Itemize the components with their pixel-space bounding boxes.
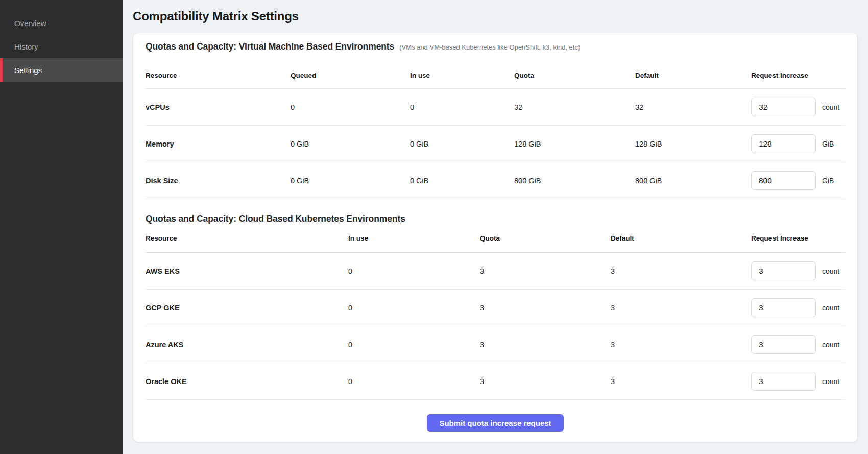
request-increase-cell: count bbox=[751, 372, 845, 391]
col-header-request-increase: Request Increase bbox=[751, 71, 845, 79]
vm-table-header-row: Resource Queued In use Quota Default Req… bbox=[146, 52, 845, 89]
queued-value: 0 GiB bbox=[291, 140, 410, 148]
request-increase-cell: count bbox=[751, 261, 845, 280]
active-indicator-bar bbox=[0, 58, 3, 82]
vm-section-header: Quotas and Capacity: Virtual Machine Bas… bbox=[146, 41, 845, 52]
quota-value: 3 bbox=[480, 377, 611, 386]
resource-name: GCP GKE bbox=[146, 304, 348, 312]
cloud-section-header: Quotas and Capacity: Cloud Based Kuberne… bbox=[146, 213, 845, 224]
quota-value: 3 bbox=[480, 304, 611, 312]
sidebar-item-label: Overview bbox=[14, 19, 46, 28]
request-increase-cell: count bbox=[751, 335, 845, 354]
col-header-resource: Resource bbox=[146, 234, 348, 242]
col-header-in-use: In use bbox=[348, 234, 480, 242]
quotas-card: Quotas and Capacity: Virtual Machine Bas… bbox=[133, 33, 858, 442]
sidebar-item-history[interactable]: History bbox=[0, 35, 123, 58]
default-value: 3 bbox=[611, 341, 751, 349]
unit-label: GiB bbox=[822, 177, 834, 185]
disk-size-request-input[interactable] bbox=[751, 171, 816, 190]
in-use-value: 0 bbox=[348, 341, 480, 349]
memory-request-input[interactable] bbox=[751, 134, 816, 153]
sidebar-item-settings[interactable]: Settings bbox=[0, 58, 123, 82]
in-use-value: 0 bbox=[348, 267, 480, 275]
vcpus-request-input[interactable] bbox=[751, 98, 816, 116]
col-header-request-increase: Request Increase bbox=[751, 234, 845, 242]
default-value: 3 bbox=[611, 267, 751, 275]
default-value: 128 GiB bbox=[635, 140, 751, 148]
col-header-default: Default bbox=[611, 234, 751, 242]
quota-value: 3 bbox=[480, 341, 611, 349]
request-increase-cell: count bbox=[751, 98, 845, 116]
col-header-default: Default bbox=[635, 71, 751, 79]
vm-section-note: (VMs and VM-based Kubernetes like OpenSh… bbox=[399, 43, 580, 51]
page-title: Compatibility Matrix Settings bbox=[133, 9, 858, 23]
unit-label: count bbox=[822, 304, 839, 312]
col-header-queued: Queued bbox=[291, 71, 410, 79]
cloud-section-title: Quotas and Capacity: Cloud Based Kuberne… bbox=[146, 213, 405, 224]
in-use-value: 0 GiB bbox=[410, 140, 514, 148]
resource-name: Oracle OKE bbox=[146, 377, 348, 386]
col-header-resource: Resource bbox=[146, 71, 291, 79]
table-row-disk-size: Disk Size 0 GiB 0 GiB 800 GiB 800 GiB Gi… bbox=[146, 162, 845, 199]
gcp-gke-request-input[interactable] bbox=[751, 298, 816, 317]
submit-quota-increase-button[interactable]: Submit quota increase request bbox=[427, 414, 563, 432]
unit-label: count bbox=[822, 103, 839, 111]
sidebar-item-label: History bbox=[14, 42, 38, 51]
sidebar: Overview History Settings bbox=[0, 0, 123, 454]
quota-value: 800 GiB bbox=[514, 177, 635, 185]
request-increase-cell: count bbox=[751, 298, 845, 317]
queued-value: 0 bbox=[291, 103, 410, 111]
vm-section-title: Quotas and Capacity: Virtual Machine Bas… bbox=[146, 41, 394, 52]
unit-label: count bbox=[822, 341, 839, 349]
sidebar-item-overview[interactable]: Overview bbox=[0, 11, 123, 35]
request-increase-cell: GiB bbox=[751, 171, 845, 190]
col-header-in-use: In use bbox=[410, 71, 514, 79]
resource-name: Azure AKS bbox=[146, 341, 348, 349]
main-content: Compatibility Matrix Settings Quotas and… bbox=[123, 0, 868, 442]
unit-label: count bbox=[822, 267, 839, 275]
quota-value: 128 GiB bbox=[514, 140, 635, 148]
aws-eks-request-input[interactable] bbox=[751, 261, 816, 280]
quota-value: 3 bbox=[480, 267, 611, 275]
in-use-value: 0 bbox=[348, 377, 480, 386]
azure-aks-request-input[interactable] bbox=[751, 335, 816, 354]
unit-label: count bbox=[822, 377, 839, 386]
table-row-vcpus: vCPUs 0 0 32 32 count bbox=[146, 89, 845, 126]
in-use-value: 0 GiB bbox=[410, 177, 514, 185]
quota-value: 32 bbox=[514, 103, 635, 111]
resource-name: Memory bbox=[146, 140, 291, 148]
resource-name: Disk Size bbox=[146, 177, 291, 185]
table-row-gcp-gke: GCP GKE 0 3 3 count bbox=[146, 290, 845, 326]
cloud-table-header-row: Resource In use Quota Default Request In… bbox=[146, 224, 845, 253]
oracle-oke-request-input[interactable] bbox=[751, 372, 816, 391]
default-value: 3 bbox=[611, 377, 751, 386]
col-header-quota: Quota bbox=[480, 234, 611, 242]
default-value: 32 bbox=[635, 103, 751, 111]
request-increase-cell: GiB bbox=[751, 134, 845, 153]
table-row-azure-aks: Azure AKS 0 3 3 count bbox=[146, 326, 845, 363]
unit-label: GiB bbox=[822, 140, 834, 148]
table-row-oracle-oke: Oracle OKE 0 3 3 count bbox=[146, 363, 845, 400]
in-use-value: 0 bbox=[410, 103, 514, 111]
col-header-quota: Quota bbox=[514, 71, 635, 79]
submit-row: Submit quota increase request bbox=[146, 414, 845, 433]
default-value: 3 bbox=[611, 304, 751, 312]
resource-name: vCPUs bbox=[146, 103, 291, 111]
table-row-memory: Memory 0 GiB 0 GiB 128 GiB 128 GiB GiB bbox=[146, 126, 845, 162]
queued-value: 0 GiB bbox=[291, 177, 410, 185]
sidebar-item-label: Settings bbox=[14, 66, 42, 75]
table-row-aws-eks: AWS EKS 0 3 3 count bbox=[146, 253, 845, 290]
default-value: 800 GiB bbox=[635, 177, 751, 185]
in-use-value: 0 bbox=[348, 304, 480, 312]
resource-name: AWS EKS bbox=[146, 267, 348, 275]
